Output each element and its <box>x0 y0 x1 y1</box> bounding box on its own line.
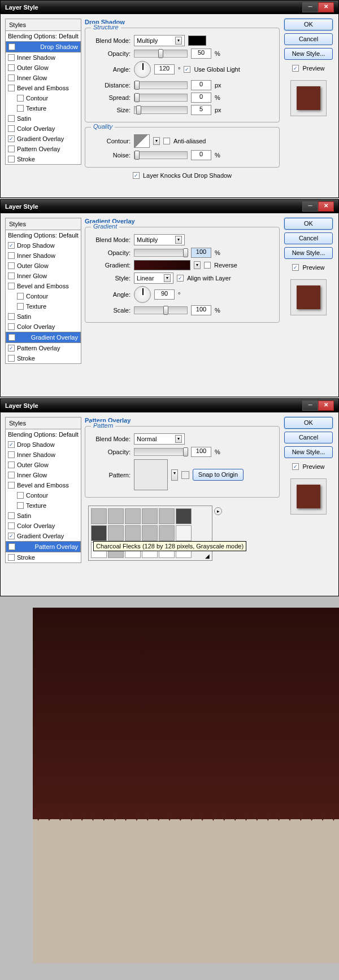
checkbox[interactable] <box>8 74 15 81</box>
cancel-button[interactable]: Cancel <box>284 33 333 45</box>
pattern-picker[interactable] <box>134 459 168 490</box>
checkbox[interactable] <box>8 252 15 259</box>
sidebar-item-texture[interactable]: Texture <box>6 301 81 311</box>
checkbox[interactable] <box>8 135 15 142</box>
sidebar-item-outerglow[interactable]: Outer Glow <box>6 63 81 73</box>
minimize-button[interactable]: ─ <box>302 201 318 212</box>
checkbox[interactable] <box>8 54 15 61</box>
sidebar-item-gradientoverlay[interactable]: Gradient Overlay <box>6 134 81 144</box>
sidebar-item-contour[interactable]: Contour <box>6 291 81 301</box>
checkbox[interactable] <box>8 451 15 458</box>
sidebar-item-contour[interactable]: Contour <box>6 93 81 103</box>
sidebar-item-innerglow[interactable]: Inner Glow <box>6 73 81 83</box>
distance-input[interactable]: 0 <box>191 80 211 90</box>
checkbox[interactable] <box>8 355 15 362</box>
chevron-down-icon[interactable]: ▾ <box>153 137 160 145</box>
checkbox[interactable] <box>8 313 15 320</box>
scale-slider[interactable] <box>134 306 188 314</box>
checkbox[interactable] <box>17 492 24 499</box>
checkbox[interactable] <box>8 43 15 50</box>
pattern-cell[interactable] <box>159 525 175 541</box>
sidebar-item-patternoverlay[interactable]: Pattern Overlay <box>6 343 81 353</box>
gradient-picker[interactable] <box>134 260 190 270</box>
align-checkbox[interactable] <box>177 275 184 282</box>
pattern-cell[interactable] <box>125 525 141 541</box>
antialiased-checkbox[interactable] <box>163 138 170 144</box>
angle-input[interactable]: 120 <box>154 64 175 74</box>
sidebar-item-outerglow[interactable]: Outer Glow <box>6 261 81 271</box>
sidebar-item-satin[interactable]: Satin <box>6 311 81 322</box>
cancel-button[interactable]: Cancel <box>284 432 333 443</box>
blending-options[interactable]: Blending Options: Default <box>6 31 81 41</box>
opacity-slider[interactable] <box>134 249 188 257</box>
checkbox[interactable] <box>8 472 15 478</box>
checkbox[interactable] <box>8 482 15 489</box>
spread-slider[interactable] <box>134 94 188 102</box>
sidebar-item-dropshadow[interactable]: Drop Shadow <box>6 41 81 52</box>
global-light-checkbox[interactable] <box>184 66 190 73</box>
sidebar-item-innerglow[interactable]: Inner Glow <box>6 470 81 480</box>
pattern-cell[interactable] <box>125 508 141 524</box>
new-preset-icon[interactable] <box>181 471 189 479</box>
cancel-button[interactable]: Cancel <box>284 232 333 244</box>
noise-slider[interactable] <box>134 151 188 159</box>
checkbox[interactable] <box>8 334 15 341</box>
snap-origin-button[interactable]: Snap to Origin <box>193 469 244 481</box>
sidebar-item-innerglow[interactable]: Inner Glow <box>6 271 81 281</box>
close-button[interactable]: ✕ <box>318 2 334 12</box>
flyout-menu-icon[interactable]: ▸ <box>214 507 222 515</box>
contour-picker[interactable] <box>134 134 150 148</box>
angle-input[interactable]: 90 <box>154 289 175 300</box>
checkbox[interactable] <box>17 303 24 310</box>
checkbox[interactable] <box>8 554 15 561</box>
ok-button[interactable]: OK <box>284 218 333 230</box>
opacity-slider[interactable] <box>134 448 188 456</box>
styles-header[interactable]: Styles <box>6 19 81 31</box>
angle-dial[interactable] <box>134 286 151 303</box>
checkbox[interactable] <box>8 323 15 330</box>
knockout-checkbox[interactable] <box>133 172 140 179</box>
pattern-cell[interactable] <box>142 525 158 541</box>
pattern-cell[interactable] <box>142 508 158 524</box>
sidebar-item-bevel[interactable]: Bevel and Emboss <box>6 480 81 490</box>
sidebar-item-gradientoverlay[interactable]: Gradient Overlay <box>6 531 81 541</box>
checkbox[interactable] <box>8 146 15 152</box>
sidebar-item-innershadow[interactable]: Inner Shadow <box>6 251 81 261</box>
sidebar-item-stroke[interactable]: Stroke <box>6 353 81 363</box>
color-swatch[interactable] <box>188 36 206 46</box>
sidebar-item-coloroverlay[interactable]: Color Overlay <box>6 322 81 332</box>
sidebar-item-bevel[interactable]: Bevel and Emboss <box>6 281 81 291</box>
angle-dial[interactable] <box>134 61 151 78</box>
new-style-button[interactable]: New Style... <box>284 247 333 259</box>
scale-input[interactable]: 100 <box>191 305 211 315</box>
checkbox[interactable] <box>8 115 15 122</box>
checkbox[interactable] <box>8 462 15 468</box>
pattern-cell[interactable] <box>91 525 107 541</box>
sidebar-item-satin[interactable]: Satin <box>6 511 81 521</box>
new-style-button[interactable]: New Style... <box>284 48 333 60</box>
chevron-down-icon[interactable]: ▾ <box>194 261 201 269</box>
opacity-slider[interactable] <box>134 50 188 58</box>
reverse-checkbox[interactable] <box>204 262 211 269</box>
sidebar-item-innershadow[interactable]: Inner Shadow <box>6 450 81 460</box>
styles-header[interactable]: Styles <box>6 418 81 429</box>
blending-options[interactable]: Blending Options: Default <box>6 429 81 440</box>
titlebar[interactable]: Layer Style ─ ✕ <box>1 1 338 14</box>
checkbox[interactable] <box>8 522 15 529</box>
spread-input[interactable]: 0 <box>191 93 211 103</box>
checkbox[interactable] <box>8 345 15 351</box>
sidebar-item-stroke[interactable]: Stroke <box>6 552 81 562</box>
checkbox[interactable] <box>8 543 15 550</box>
distance-slider[interactable] <box>134 81 188 89</box>
checkbox[interactable] <box>8 441 15 448</box>
minimize-button[interactable]: ─ <box>302 401 318 411</box>
checkbox[interactable] <box>17 105 24 112</box>
sidebar-item-texture[interactable]: Texture <box>6 500 81 511</box>
close-button[interactable]: ✕ <box>318 401 334 411</box>
preview-checkbox[interactable] <box>292 264 299 271</box>
checkbox[interactable] <box>17 502 24 509</box>
checkbox[interactable] <box>8 533 15 539</box>
opacity-input[interactable]: 100 <box>191 447 211 457</box>
opacity-input[interactable]: 100 <box>191 248 211 258</box>
style-select[interactable]: Linear▾ <box>134 273 173 284</box>
